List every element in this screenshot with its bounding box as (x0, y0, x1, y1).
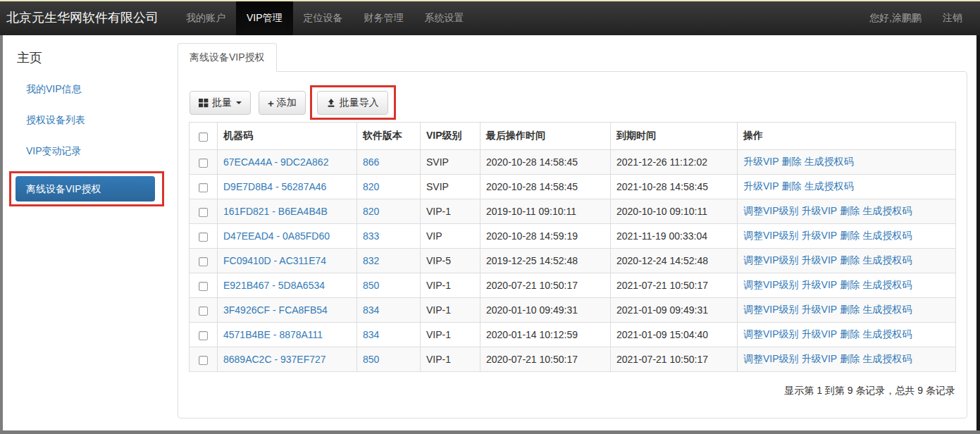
sidebar-item-我的VIP信息[interactable]: 我的VIP信息 (17, 83, 178, 96)
batch-dropdown-button[interactable]: 批量 (190, 91, 251, 115)
action-link-删除[interactable]: 删除 (840, 328, 860, 340)
version-link[interactable]: 866 (363, 156, 379, 168)
machine-code-link[interactable]: D9E7D8B4 - 56287A46 (223, 181, 326, 192)
action-link-升级VIP[interactable]: 升级VIP (802, 328, 838, 340)
action-link-升级VIP[interactable]: 升级VIP (802, 304, 838, 315)
action-link-生成授权码[interactable]: 生成授权码 (862, 230, 912, 241)
row-checkbox[interactable] (199, 331, 208, 340)
column-header: 操作 (738, 123, 956, 150)
tab-offline-vip[interactable]: 离线设备VIP授权 (178, 43, 277, 72)
action-link-生成授权码[interactable]: 生成授权码 (862, 279, 912, 290)
nav-item-系统设置[interactable]: 系统设置 (414, 0, 475, 35)
row-checkbox[interactable] (199, 282, 208, 291)
machine-code-cell: 8689AC2C - 937EF727 (218, 347, 357, 372)
action-link-升级VIP[interactable]: 升级VIP (743, 156, 779, 167)
row-checkbox-cell (190, 199, 218, 224)
action-link-升级VIP[interactable]: 升级VIP (802, 279, 838, 290)
machine-code-link[interactable]: 3F4926CF - FCA8FB54 (223, 304, 328, 316)
row-checkbox[interactable] (199, 208, 208, 217)
action-link-生成授权码[interactable]: 生成授权码 (862, 328, 912, 340)
machine-code-link[interactable]: 161FD821 - B6EA4B4B (223, 206, 328, 217)
action-link-调整VIP级别[interactable]: 调整VIP级别 (743, 328, 799, 340)
nav-item-财务管理[interactable]: 财务管理 (354, 0, 414, 35)
nav-item-定位设备[interactable]: 定位设备 (293, 0, 354, 35)
batch-button-label: 批量 (212, 97, 232, 109)
row-checkbox-cell (190, 273, 218, 298)
action-link-调整VIP级别[interactable]: 调整VIP级别 (743, 353, 799, 364)
nav-item-我的账户[interactable]: 我的账户 (175, 0, 236, 35)
vip-level-cell: VIP-1 (421, 199, 480, 224)
vip-level-cell: SVIP (421, 175, 480, 199)
row-checkbox[interactable] (199, 159, 208, 168)
action-link-删除[interactable]: 删除 (840, 205, 860, 216)
machine-code-link[interactable]: 67ECA44A - 9DC2A862 (223, 156, 328, 168)
action-link-调整VIP级别[interactable]: 调整VIP级别 (743, 230, 799, 241)
row-checkbox[interactable] (199, 232, 208, 242)
row-checkbox[interactable] (199, 306, 208, 316)
version-link[interactable]: 833 (363, 230, 379, 242)
window-bottom-edge (0, 430, 980, 434)
machine-code-link[interactable]: D47EEAD4 - 0A85FD60 (223, 230, 330, 242)
version-link[interactable]: 850 (363, 354, 379, 365)
row-checkbox-cell (190, 347, 218, 372)
machine-code-link[interactable]: 8689AC2C - 937EF727 (223, 354, 326, 365)
action-link-删除[interactable]: 删除 (840, 254, 860, 266)
action-link-升级VIP[interactable]: 升级VIP (802, 205, 838, 216)
action-link-生成授权码[interactable]: 生成授权码 (862, 304, 912, 315)
action-link-删除[interactable]: 删除 (840, 279, 860, 290)
add-button-label: 添加 (277, 97, 297, 109)
brand-title[interactable]: 北京元生华网软件有限公司 (0, 0, 175, 35)
version-link[interactable]: 832 (363, 255, 379, 266)
expire-time-cell: 2021-01-09 09:49:31 (611, 298, 738, 323)
action-link-调整VIP级别[interactable]: 调整VIP级别 (743, 304, 799, 315)
version-link[interactable]: 850 (363, 280, 379, 291)
last-op-time-cell: 2020-10-28 14:59:19 (480, 224, 611, 249)
add-button[interactable]: + 添加 (259, 91, 306, 115)
action-link-删除[interactable]: 删除 (782, 156, 802, 167)
action-link-生成授权码[interactable]: 生成授权码 (805, 156, 854, 167)
machine-code-link[interactable]: FC09410D - AC311E74 (223, 255, 326, 266)
sidebar-menu: 我的VIP信息授权设备列表VIP变动记录离线设备VIP授权 (17, 83, 178, 202)
action-link-升级VIP[interactable]: 升级VIP (802, 230, 838, 241)
vip-level-cell: SVIP (421, 150, 480, 175)
logout-link[interactable]: 注销 (932, 0, 973, 35)
sidebar-item-离线设备VIP授权[interactable]: 离线设备VIP授权 (15, 176, 155, 202)
row-checkbox[interactable] (199, 356, 208, 365)
action-link-调整VIP级别[interactable]: 调整VIP级别 (743, 279, 799, 290)
nav-item-VIP管理[interactable]: VIP管理 (236, 0, 293, 35)
navbar-menu: 我的账户VIP管理定位设备财务管理系统设置 (175, 0, 475, 35)
batch-import-button[interactable]: 批量导入 (317, 91, 388, 115)
action-link-升级VIP[interactable]: 升级VIP (802, 353, 838, 364)
version-link[interactable]: 820 (363, 206, 379, 217)
action-link-调整VIP级别[interactable]: 调整VIP级别 (743, 254, 799, 266)
action-link-生成授权码[interactable]: 生成授权码 (862, 254, 912, 266)
machine-code-link[interactable]: 4571B4BE - 8878A111 (223, 329, 323, 340)
action-link-生成授权码[interactable]: 生成授权码 (862, 205, 912, 216)
machine-code-link[interactable]: E921B467 - 5D8A6534 (223, 280, 325, 291)
action-link-生成授权码[interactable]: 生成授权码 (805, 180, 854, 192)
sidebar-item-授权设备列表[interactable]: 授权设备列表 (17, 114, 178, 127)
action-link-删除[interactable]: 删除 (840, 353, 860, 364)
table-row: 161FD821 - B6EA4B4B820VIP-12019-10-11 09… (190, 199, 956, 224)
table-row: FC09410D - AC311E74832VIP-52019-12-25 14… (190, 249, 956, 273)
machine-code-cell: D9E7D8B4 - 56287A46 (218, 175, 357, 199)
action-link-生成授权码[interactable]: 生成授权码 (862, 353, 912, 364)
action-link-删除[interactable]: 删除 (840, 230, 860, 241)
last-op-time-cell: 2020-01-14 10:12:59 (480, 323, 611, 347)
action-link-删除[interactable]: 删除 (782, 180, 802, 192)
select-all-checkbox[interactable] (199, 132, 208, 142)
action-link-删除[interactable]: 删除 (840, 304, 860, 315)
actions-cell: 调整VIP级别升级VIP删除生成授权码 (738, 347, 956, 372)
row-checkbox[interactable] (199, 183, 208, 192)
version-link[interactable]: 834 (363, 304, 379, 316)
main-content: 离线设备VIP授权 批量 + 添加 (178, 43, 967, 418)
last-op-time-cell: 2019-10-11 09:10:11 (480, 199, 611, 224)
action-link-调整VIP级别[interactable]: 调整VIP级别 (743, 205, 799, 216)
table-header-row: 机器码软件版本VIP级别最后操作时间到期时间操作 (190, 123, 956, 150)
row-checkbox[interactable] (199, 257, 208, 266)
version-link[interactable]: 834 (363, 329, 379, 340)
sidebar-item-VIP变动记录[interactable]: VIP变动记录 (17, 145, 178, 158)
action-link-升级VIP[interactable]: 升级VIP (802, 254, 838, 266)
version-link[interactable]: 820 (363, 181, 379, 192)
action-link-升级VIP[interactable]: 升级VIP (743, 180, 779, 192)
